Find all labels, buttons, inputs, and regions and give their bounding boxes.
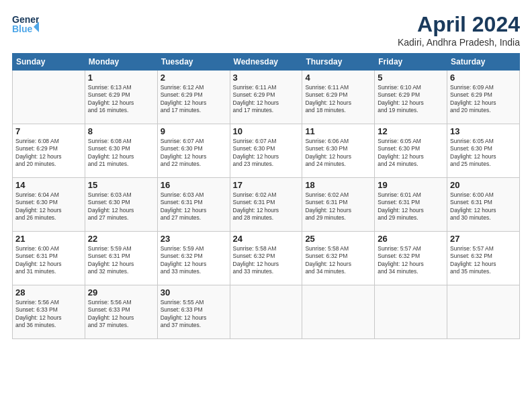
calendar-week-row: 7Sunrise: 6:08 AM Sunset: 6:29 PM Daylig… bbox=[13, 124, 520, 178]
day-number: 16 bbox=[161, 180, 227, 190]
calendar-cell bbox=[375, 285, 447, 339]
col-wednesday: Wednesday bbox=[230, 54, 302, 71]
day-number: 27 bbox=[450, 234, 517, 244]
calendar-cell: 17Sunrise: 6:02 AM Sunset: 6:31 PM Dayli… bbox=[230, 178, 302, 232]
calendar-cell: 23Sunrise: 5:59 AM Sunset: 6:32 PM Dayli… bbox=[157, 232, 230, 285]
calendar-cell: 21Sunrise: 6:00 AM Sunset: 6:31 PM Dayli… bbox=[13, 232, 85, 285]
calendar-cell: 25Sunrise: 5:58 AM Sunset: 6:32 PM Dayli… bbox=[302, 232, 375, 285]
calendar-week-row: 1Sunrise: 6:13 AM Sunset: 6:29 PM Daylig… bbox=[13, 71, 520, 124]
day-info: Sunrise: 5:57 AM Sunset: 6:32 PM Dayligh… bbox=[378, 245, 444, 276]
day-info: Sunrise: 6:09 AM Sunset: 6:29 PM Dayligh… bbox=[450, 84, 517, 115]
calendar-cell: 7Sunrise: 6:08 AM Sunset: 6:29 PM Daylig… bbox=[13, 124, 85, 178]
calendar-week-row: 14Sunrise: 6:04 AM Sunset: 6:30 PM Dayli… bbox=[13, 178, 520, 232]
svg-text:Blue: Blue bbox=[12, 24, 33, 34]
calendar-cell: 13Sunrise: 6:05 AM Sunset: 6:30 PM Dayli… bbox=[447, 124, 520, 178]
header-area: General Blue April 2024 Kadiri, Andhra P… bbox=[12, 12, 520, 48]
calendar-cell: 18Sunrise: 6:02 AM Sunset: 6:31 PM Dayli… bbox=[302, 178, 375, 232]
day-number: 10 bbox=[233, 126, 300, 136]
calendar-cell: 24Sunrise: 5:58 AM Sunset: 6:32 PM Dayli… bbox=[230, 232, 302, 285]
day-info: Sunrise: 5:59 AM Sunset: 6:31 PM Dayligh… bbox=[88, 245, 154, 276]
calendar-week-row: 21Sunrise: 6:00 AM Sunset: 6:31 PM Dayli… bbox=[13, 232, 520, 285]
day-number: 19 bbox=[378, 180, 444, 190]
day-info: Sunrise: 6:12 AM Sunset: 6:29 PM Dayligh… bbox=[161, 84, 227, 115]
day-info: Sunrise: 6:01 AM Sunset: 6:31 PM Dayligh… bbox=[378, 191, 444, 222]
day-info: Sunrise: 6:00 AM Sunset: 6:31 PM Dayligh… bbox=[15, 245, 82, 276]
day-number: 29 bbox=[88, 287, 154, 298]
header-row: Sunday Monday Tuesday Wednesday Thursday… bbox=[13, 54, 520, 71]
calendar-cell: 1Sunrise: 6:13 AM Sunset: 6:29 PM Daylig… bbox=[85, 71, 157, 124]
day-info: Sunrise: 5:56 AM Sunset: 6:33 PM Dayligh… bbox=[15, 299, 82, 330]
day-info: Sunrise: 5:58 AM Sunset: 6:32 PM Dayligh… bbox=[233, 245, 300, 276]
logo: General Blue bbox=[12, 12, 39, 36]
day-number: 26 bbox=[378, 234, 444, 244]
calendar-page: General Blue April 2024 Kadiri, Andhra P… bbox=[0, 0, 532, 411]
calendar-cell bbox=[302, 285, 375, 339]
day-number: 9 bbox=[161, 126, 227, 136]
day-number: 25 bbox=[305, 234, 371, 244]
day-info: Sunrise: 6:02 AM Sunset: 6:31 PM Dayligh… bbox=[233, 191, 300, 222]
day-info: Sunrise: 6:13 AM Sunset: 6:29 PM Dayligh… bbox=[88, 84, 154, 115]
calendar-cell: 11Sunrise: 6:06 AM Sunset: 6:30 PM Dayli… bbox=[302, 124, 375, 178]
day-info: Sunrise: 5:59 AM Sunset: 6:32 PM Dayligh… bbox=[161, 245, 227, 276]
day-number: 20 bbox=[450, 180, 517, 190]
calendar-cell: 10Sunrise: 6:07 AM Sunset: 6:30 PM Dayli… bbox=[230, 124, 302, 178]
title-area: April 2024 Kadiri, Andhra Pradesh, India bbox=[398, 12, 520, 48]
day-number: 21 bbox=[15, 234, 82, 244]
day-info: Sunrise: 6:07 AM Sunset: 6:30 PM Dayligh… bbox=[161, 138, 227, 169]
calendar-cell: 2Sunrise: 6:12 AM Sunset: 6:29 PM Daylig… bbox=[157, 71, 230, 124]
calendar-cell: 19Sunrise: 6:01 AM Sunset: 6:31 PM Dayli… bbox=[375, 178, 447, 232]
day-info: Sunrise: 6:05 AM Sunset: 6:30 PM Dayligh… bbox=[378, 138, 444, 169]
calendar-cell bbox=[13, 71, 85, 124]
day-info: Sunrise: 6:07 AM Sunset: 6:30 PM Dayligh… bbox=[233, 138, 300, 169]
col-saturday: Saturday bbox=[447, 54, 520, 71]
day-info: Sunrise: 6:03 AM Sunset: 6:30 PM Dayligh… bbox=[88, 191, 154, 222]
day-info: Sunrise: 5:58 AM Sunset: 6:32 PM Dayligh… bbox=[305, 245, 371, 276]
day-info: Sunrise: 6:04 AM Sunset: 6:30 PM Dayligh… bbox=[15, 191, 82, 222]
day-info: Sunrise: 6:11 AM Sunset: 6:29 PM Dayligh… bbox=[233, 84, 300, 115]
calendar-cell: 20Sunrise: 6:00 AM Sunset: 6:31 PM Dayli… bbox=[447, 178, 520, 232]
col-friday: Friday bbox=[375, 54, 447, 71]
day-number: 30 bbox=[161, 287, 227, 298]
day-number: 14 bbox=[15, 180, 82, 190]
day-number: 28 bbox=[15, 287, 82, 298]
calendar-cell: 4Sunrise: 6:11 AM Sunset: 6:29 PM Daylig… bbox=[302, 71, 375, 124]
day-number: 7 bbox=[15, 126, 82, 136]
calendar-cell: 29Sunrise: 5:56 AM Sunset: 6:33 PM Dayli… bbox=[85, 285, 157, 339]
calendar-cell: 28Sunrise: 5:56 AM Sunset: 6:33 PM Dayli… bbox=[13, 285, 85, 339]
day-info: Sunrise: 6:00 AM Sunset: 6:31 PM Dayligh… bbox=[450, 191, 517, 222]
day-number: 22 bbox=[88, 234, 154, 244]
day-info: Sunrise: 6:02 AM Sunset: 6:31 PM Dayligh… bbox=[305, 191, 371, 222]
day-info: Sunrise: 6:08 AM Sunset: 6:30 PM Dayligh… bbox=[88, 138, 154, 169]
day-number: 23 bbox=[161, 234, 227, 244]
calendar-cell bbox=[447, 285, 520, 339]
calendar-cell: 15Sunrise: 6:03 AM Sunset: 6:30 PM Dayli… bbox=[85, 178, 157, 232]
day-info: Sunrise: 6:10 AM Sunset: 6:29 PM Dayligh… bbox=[378, 84, 444, 115]
calendar-week-row: 28Sunrise: 5:56 AM Sunset: 6:33 PM Dayli… bbox=[13, 285, 520, 339]
col-sunday: Sunday bbox=[13, 54, 85, 71]
day-number: 18 bbox=[305, 180, 371, 190]
calendar-cell: 3Sunrise: 6:11 AM Sunset: 6:29 PM Daylig… bbox=[230, 71, 302, 124]
calendar-cell: 14Sunrise: 6:04 AM Sunset: 6:30 PM Dayli… bbox=[13, 178, 85, 232]
calendar-cell: 12Sunrise: 6:05 AM Sunset: 6:30 PM Dayli… bbox=[375, 124, 447, 178]
day-info: Sunrise: 5:55 AM Sunset: 6:33 PM Dayligh… bbox=[161, 299, 227, 330]
day-info: Sunrise: 6:11 AM Sunset: 6:29 PM Dayligh… bbox=[305, 84, 371, 115]
day-number: 13 bbox=[450, 126, 517, 136]
day-info: Sunrise: 5:57 AM Sunset: 6:32 PM Dayligh… bbox=[450, 245, 517, 276]
day-info: Sunrise: 6:05 AM Sunset: 6:30 PM Dayligh… bbox=[450, 138, 517, 169]
day-number: 4 bbox=[305, 73, 371, 83]
calendar-subtitle: Kadiri, Andhra Pradesh, India bbox=[398, 37, 520, 48]
calendar-cell: 5Sunrise: 6:10 AM Sunset: 6:29 PM Daylig… bbox=[375, 71, 447, 124]
day-number: 11 bbox=[305, 126, 371, 136]
day-number: 12 bbox=[378, 126, 444, 136]
calendar-cell: 9Sunrise: 6:07 AM Sunset: 6:30 PM Daylig… bbox=[157, 124, 230, 178]
day-number: 2 bbox=[161, 73, 227, 83]
day-info: Sunrise: 6:03 AM Sunset: 6:31 PM Dayligh… bbox=[161, 191, 227, 222]
calendar-cell: 8Sunrise: 6:08 AM Sunset: 6:30 PM Daylig… bbox=[85, 124, 157, 178]
day-number: 1 bbox=[88, 73, 154, 83]
day-info: Sunrise: 5:56 AM Sunset: 6:33 PM Dayligh… bbox=[88, 299, 154, 330]
day-info: Sunrise: 6:06 AM Sunset: 6:30 PM Dayligh… bbox=[305, 138, 371, 169]
day-number: 6 bbox=[450, 73, 517, 83]
day-number: 5 bbox=[378, 73, 444, 83]
calendar-cell: 26Sunrise: 5:57 AM Sunset: 6:32 PM Dayli… bbox=[375, 232, 447, 285]
calendar-cell: 27Sunrise: 5:57 AM Sunset: 6:32 PM Dayli… bbox=[447, 232, 520, 285]
